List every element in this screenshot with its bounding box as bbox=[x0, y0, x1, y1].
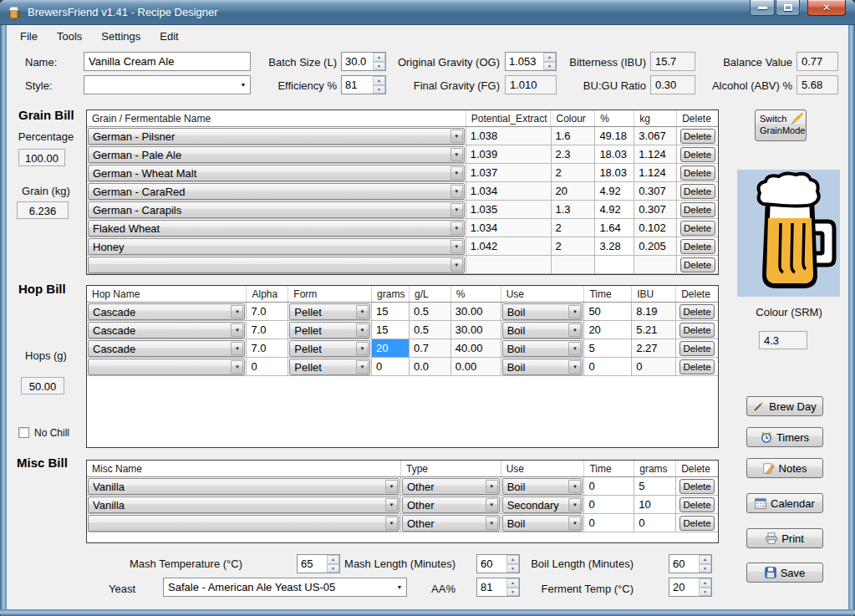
hop-gl-cell[interactable]: 0.7 bbox=[410, 339, 451, 357]
hop-ibu-cell[interactable]: 8.19 bbox=[632, 303, 676, 320]
save-button[interactable]: Save bbox=[746, 563, 823, 583]
grain-name-select[interactable]: Honey▼ bbox=[88, 238, 465, 255]
delete-button[interactable]: Delete bbox=[679, 341, 715, 356]
grain-potential-extract-cell[interactable]: 1.035 bbox=[466, 201, 552, 218]
timers-button[interactable]: Timers bbox=[746, 427, 823, 447]
grain-colour-cell[interactable]: 2 bbox=[552, 237, 596, 255]
og-spinner[interactable]: 1.053 ▲▼ bbox=[505, 52, 557, 71]
grain-name-select[interactable]: German - CaraRed▼ bbox=[88, 183, 465, 200]
grain-kg-cell[interactable]: 1.124 bbox=[634, 164, 677, 181]
style-select[interactable]: ▼ bbox=[84, 75, 251, 94]
hop-grams-cell[interactable]: 15 bbox=[372, 321, 410, 339]
calendar-button[interactable]: Calendar bbox=[746, 493, 823, 513]
ferment-temp-spinner[interactable]: 20 ▲▼ bbox=[669, 578, 712, 597]
grain-kg-cell[interactable]: 0.307 bbox=[634, 201, 677, 218]
grain-kg-cell[interactable]: 0.102 bbox=[634, 219, 677, 237]
delete-button[interactable]: Delete bbox=[680, 239, 715, 254]
misc-time-cell[interactable]: 0 bbox=[584, 477, 634, 495]
grain-name-select[interactable]: German - Wheat Malt▼ bbox=[88, 165, 465, 181]
grain-kg-cell[interactable]: 0.307 bbox=[634, 182, 677, 200]
misc-use-select[interactable]: Boil▼ bbox=[502, 515, 583, 532]
grain-colour-cell[interactable]: 2 bbox=[552, 164, 596, 181]
spin-up-icon[interactable]: ▲ bbox=[373, 76, 385, 85]
grain-colour-cell[interactable] bbox=[552, 256, 596, 273]
misc-type-select[interactable]: Other▼ bbox=[402, 496, 500, 513]
spin-up-icon[interactable]: ▲ bbox=[327, 555, 339, 564]
hop-time-cell[interactable]: 0 bbox=[584, 358, 632, 375]
spin-down-icon[interactable]: ▼ bbox=[506, 588, 519, 597]
grain-colour-cell[interactable]: 1.3 bbox=[552, 201, 596, 218]
grain-potential-extract-cell[interactable]: 1.034 bbox=[466, 219, 552, 237]
delete-button[interactable]: Delete bbox=[679, 323, 715, 338]
grain-name-select[interactable]: German - Pale Ale▼ bbox=[88, 146, 465, 163]
hop-name-select[interactable]: Cascade▼ bbox=[88, 340, 245, 357]
spin-down-icon[interactable]: ▼ bbox=[373, 62, 385, 71]
hop-ibu-cell[interactable]: 2.27 bbox=[632, 339, 676, 357]
mash-length-spinner[interactable]: 60 ▲▼ bbox=[476, 554, 520, 573]
misc-name-select[interactable]: ▼ bbox=[88, 515, 400, 532]
grain-potential-extract-cell[interactable]: 1.037 bbox=[466, 164, 552, 181]
grain-kg-cell[interactable]: 3.067 bbox=[634, 127, 677, 145]
spin-up-icon[interactable]: ▲ bbox=[543, 53, 556, 62]
spin-up-icon[interactable]: ▲ bbox=[373, 53, 385, 62]
hop-ibu-cell[interactable]: 5.21 bbox=[632, 321, 676, 339]
grain-potential-extract-cell[interactable]: 1.039 bbox=[466, 145, 552, 163]
yeast-select[interactable]: Safale - American Ale Yeast US-05 ▼ bbox=[163, 578, 407, 597]
spin-down-icon[interactable]: ▼ bbox=[543, 62, 556, 71]
grain-percent-cell[interactable]: 1.64 bbox=[595, 219, 634, 237]
hop-alpha-cell[interactable]: 7.0 bbox=[247, 321, 288, 339]
delete-button[interactable]: Delete bbox=[680, 129, 715, 144]
grain-name-select[interactable]: German - Carapils▼ bbox=[88, 201, 465, 218]
hop-percent-cell[interactable]: 30.00 bbox=[451, 303, 501, 320]
delete-button[interactable]: Delete bbox=[680, 165, 715, 181]
delete-button[interactable]: Delete bbox=[679, 516, 715, 531]
delete-button[interactable]: Delete bbox=[680, 202, 715, 217]
hop-grams-cell[interactable]: 15 bbox=[372, 303, 410, 320]
spin-down-icon[interactable]: ▼ bbox=[699, 564, 711, 573]
grain-name-select[interactable]: German - Pilsner▼ bbox=[88, 128, 465, 145]
grain-colour-cell[interactable]: 2 bbox=[552, 219, 596, 237]
grain-colour-cell[interactable]: 2.3 bbox=[552, 145, 596, 163]
grain-percent-cell[interactable]: 3.28 bbox=[595, 237, 634, 255]
misc-grams-cell[interactable]: 5 bbox=[634, 477, 676, 495]
grain-potential-extract-cell[interactable] bbox=[466, 256, 552, 273]
grain-name-select[interactable]: Flaked Wheat▼ bbox=[88, 220, 465, 237]
hop-use-select[interactable]: Boil▼ bbox=[502, 359, 583, 375]
hop-form-select[interactable]: Pellet▼ bbox=[289, 340, 370, 357]
grain-percent-cell[interactable]: 49.18 bbox=[595, 127, 634, 145]
hop-name-select[interactable]: Cascade▼ bbox=[88, 322, 245, 339]
maximize-button[interactable] bbox=[776, 0, 800, 16]
menu-tools[interactable]: Tools bbox=[50, 26, 89, 47]
notes-button[interactable]: Notes bbox=[746, 458, 823, 478]
grain-percent-cell[interactable] bbox=[595, 256, 634, 273]
misc-type-select[interactable]: Other▼ bbox=[402, 478, 500, 495]
hop-form-select[interactable]: Pellet▼ bbox=[289, 303, 370, 320]
hop-time-cell[interactable]: 5 bbox=[584, 339, 632, 357]
misc-time-cell[interactable]: 0 bbox=[584, 496, 634, 513]
brew-day-button[interactable]: Brew Day bbox=[746, 396, 823, 416]
spin-down-icon[interactable]: ▼ bbox=[699, 588, 711, 597]
aa-spinner[interactable]: 81 ▲▼ bbox=[476, 578, 520, 597]
hop-name-select[interactable]: ▼ bbox=[88, 359, 245, 375]
hop-gl-cell[interactable]: 0.5 bbox=[410, 321, 451, 339]
hop-percent-cell[interactable]: 40.00 bbox=[451, 339, 501, 357]
spin-up-icon[interactable]: ▲ bbox=[699, 578, 711, 588]
hop-form-select[interactable]: Pellet▼ bbox=[289, 359, 370, 375]
grain-kg-cell[interactable] bbox=[634, 256, 677, 273]
mash-temp-spinner[interactable]: 65 ▲▼ bbox=[297, 554, 340, 573]
misc-use-select[interactable]: Secondary▼ bbox=[502, 496, 583, 513]
spin-up-icon[interactable]: ▲ bbox=[506, 555, 519, 564]
hop-use-select[interactable]: Boil▼ bbox=[502, 303, 583, 320]
grain-percent-cell[interactable]: 4.92 bbox=[595, 201, 634, 218]
hop-form-select[interactable]: Pellet▼ bbox=[289, 322, 370, 339]
misc-name-select[interactable]: Vanilla▼ bbox=[88, 496, 400, 513]
boil-length-spinner[interactable]: 60 ▲▼ bbox=[669, 554, 712, 573]
grain-percent-cell[interactable]: 18.03 bbox=[595, 164, 634, 181]
hop-alpha-cell[interactable]: 7.0 bbox=[247, 339, 288, 357]
delete-button[interactable]: Delete bbox=[679, 359, 715, 374]
hop-time-cell[interactable]: 50 bbox=[584, 303, 632, 320]
hop-use-select[interactable]: Boil▼ bbox=[502, 322, 583, 339]
menu-edit[interactable]: Edit bbox=[153, 26, 185, 47]
hop-gl-cell[interactable]: 0.5 bbox=[410, 303, 451, 320]
grain-colour-cell[interactable]: 20 bbox=[552, 182, 596, 200]
